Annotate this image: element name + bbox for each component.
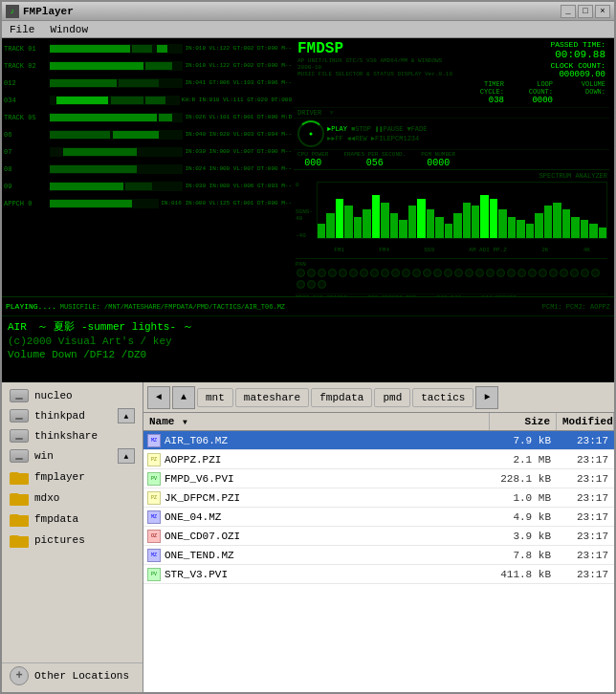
pcm1-label: PCM1:	[542, 303, 562, 311]
pan-knob[interactable]	[454, 269, 463, 277]
breadcrumb-nav: ◄ ▲ mnt mateshare fmpdata pmd tactics ►	[143, 382, 614, 413]
file-name-cell: PV FMPD_V6.PVI	[143, 472, 490, 486]
file-name-cell: OZ ONE_CD07.OZI	[143, 530, 490, 543]
sidebar-item-thinkpad[interactable]: thinkpad ▲	[2, 405, 143, 426]
sidebar-item-pictures[interactable]: pictures	[2, 530, 143, 551]
table-row[interactable]: PV STR_V3.PVI 411.8 kB 23:17	[143, 565, 614, 584]
pan-knob[interactable]	[570, 269, 579, 277]
spectrum-bar	[435, 217, 443, 239]
sidebar-item-fmplayer[interactable]: fmplayer	[2, 466, 143, 488]
file-name-cell: MZ AIR_T06.MZ	[143, 434, 490, 447]
pan-knob[interactable]	[591, 269, 600, 277]
pan-knob[interactable]	[328, 269, 337, 277]
pan-knob[interactable]	[307, 269, 316, 277]
sidebar-item-win[interactable]: win ▲	[2, 445, 143, 466]
breadcrumb-tactics[interactable]: tactics	[412, 388, 473, 407]
breadcrumb-pmd[interactable]: pmd	[374, 388, 410, 407]
file-type-icon: MZ	[147, 434, 161, 447]
close-button[interactable]: ×	[595, 5, 610, 18]
column-header-name[interactable]: Name ▼	[143, 413, 490, 430]
file-name-cell: PV STR_V3.PVI	[143, 568, 490, 581]
pan-knob[interactable]	[444, 269, 452, 277]
pan-knob[interactable]	[581, 269, 589, 277]
track-row: 012 IN:041 GT:006 VL:103 GT:006 M--	[4, 75, 292, 92]
pan-knob[interactable]	[307, 280, 316, 289]
sidebar-item-nucleo[interactable]: nucleo	[2, 386, 143, 405]
pan-knob[interactable]	[486, 269, 495, 277]
breadcrumb-mateshare[interactable]: mateshare	[235, 388, 309, 407]
pan-knob[interactable]	[549, 269, 558, 277]
eject-button-win[interactable]: ▲	[118, 448, 135, 464]
breadcrumb-mnt[interactable]: mnt	[197, 388, 233, 407]
other-locations-item[interactable]: + Other Locations	[2, 662, 143, 688]
pan-knob[interactable]	[539, 269, 547, 277]
column-header-modified[interactable]: Modified	[557, 413, 614, 430]
table-row[interactable]: MZ ONE_04.MZ 4.9 kB 23:17	[143, 508, 614, 527]
table-row[interactable]: PV FMPD_V6.PVI 228.1 kB 23:17	[143, 469, 614, 488]
ctrl-buttons: ►PLAY ■STOP ❚❚PAUSE ▼FADE ►►FF ◄◄REW ►FI…	[327, 125, 427, 142]
pan-knob[interactable]	[297, 269, 305, 277]
pan-knob[interactable]	[433, 269, 442, 277]
vol-down-label: VOLUME DOWN:	[561, 80, 605, 96]
pan-knob[interactable]	[412, 269, 421, 277]
menu-window[interactable]: Window	[46, 23, 92, 36]
file-name: STR_V3.PVI	[165, 569, 228, 580]
fmdsp-panel: FMDSP AP UNIT/LINUX GTC/S V38 AMD64/MM &…	[294, 38, 609, 296]
file-name: AIR_T06.MZ	[165, 435, 228, 446]
loop-value: 0000	[512, 96, 553, 105]
fade-btn[interactable]: ▼FADE	[407, 125, 427, 133]
spectrum-bar	[354, 217, 362, 239]
spectrum-bar	[599, 228, 606, 238]
stop-btn[interactable]: ■STOP	[351, 125, 371, 133]
pan-knob[interactable]	[391, 269, 400, 277]
forward-button[interactable]: ►	[475, 386, 498, 409]
sidebar-item-mdxo[interactable]: mdxo	[2, 488, 143, 509]
file-modified: 23:17	[557, 550, 614, 561]
menu-file[interactable]: File	[6, 23, 38, 36]
spectrum-bar	[381, 203, 388, 239]
pan-knob[interactable]	[349, 269, 358, 277]
pan-knob[interactable]	[423, 269, 431, 277]
pause-btn[interactable]: ❚❚PAUSE	[375, 125, 403, 133]
pan-knob[interactable]	[402, 269, 410, 277]
back-button[interactable]: ◄	[147, 386, 170, 409]
pan-knob[interactable]	[318, 269, 326, 277]
folder-icon	[10, 511, 29, 527]
table-row[interactable]: PZ AOPPZ.PZI 2.1 MB 23:17	[143, 450, 614, 469]
sidebar-item-thinkshare[interactable]: thinkshare	[2, 426, 143, 445]
freq-fm4: FM4	[379, 247, 389, 253]
song-extra: Volume Down /DF12 /DZ0	[8, 349, 608, 360]
eject-button-thinkpad[interactable]: ▲	[118, 408, 135, 423]
restore-button[interactable]: □	[578, 5, 593, 18]
pan-knob[interactable]	[528, 269, 537, 277]
ff-btn[interactable]: ►►FF	[327, 135, 343, 142]
pan-knob[interactable]	[560, 269, 568, 277]
sidebar-item-fmpdata[interactable]: fmpdata	[2, 509, 143, 530]
pan-knob[interactable]	[381, 269, 389, 277]
play-btn[interactable]: ►PLAY	[327, 125, 347, 133]
breadcrumb-fmpdata[interactable]: fmpdata	[311, 388, 372, 407]
pan-knob[interactable]	[517, 269, 526, 277]
pan-knob[interactable]	[360, 269, 368, 277]
column-header-size[interactable]: Size	[490, 413, 557, 430]
pan-knob[interactable]	[507, 269, 516, 277]
spectrum-section: SPECTRUM ANALYZER 0 SGNS-40 -40	[294, 169, 609, 303]
pan-knob[interactable]	[297, 280, 305, 289]
pan-knob[interactable]	[318, 280, 326, 289]
up-button[interactable]: ▲	[172, 386, 195, 409]
filepcm-btn[interactable]: ►FILEPCM1234	[371, 135, 419, 142]
pan-knob[interactable]	[370, 269, 379, 277]
pan-knob[interactable]	[496, 269, 505, 277]
table-row[interactable]: OZ ONE_CD07.OZI 3.9 kB 23:17	[143, 527, 614, 546]
app-icon: ♪	[6, 5, 19, 18]
minimize-button[interactable]: _	[561, 5, 576, 18]
sidebar-label-fmplayer: fmplayer	[34, 471, 85, 483]
table-row[interactable]: PZ JK_DFPCM.PZI 1.0 MB 23:17	[143, 488, 614, 508]
db-scale: 0 SGNS-40 -40	[296, 182, 317, 239]
rew-btn[interactable]: ◄◄REW	[347, 135, 367, 142]
table-row[interactable]: MZ ONE_TEND.MZ 7.8 kB 23:17	[143, 546, 614, 565]
table-row[interactable]: MZ AIR_T06.MZ 7.9 kB 23:17	[143, 431, 614, 450]
pan-knob[interactable]	[339, 269, 347, 277]
pan-knob[interactable]	[475, 269, 484, 277]
pan-knob[interactable]	[465, 269, 473, 277]
